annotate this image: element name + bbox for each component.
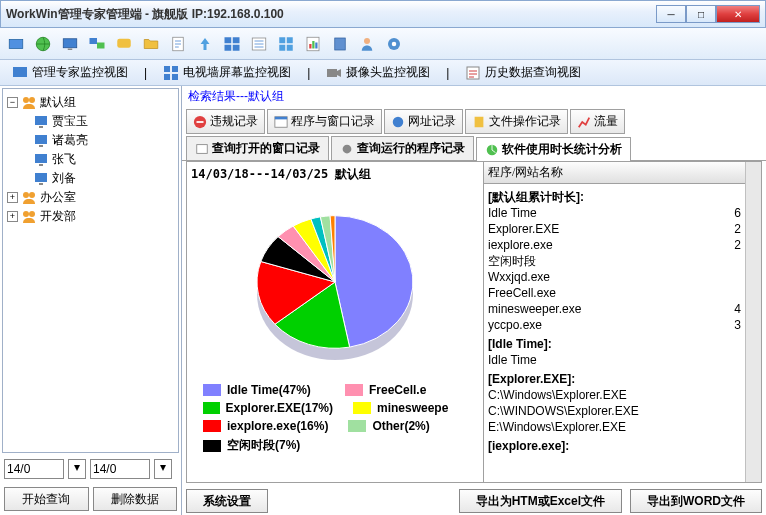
list-item[interactable]: Wxxjqd.exe xyxy=(488,269,741,285)
sub-tabs: 查询打开的窗口记录 查询运行的程序记录 软件使用时长统计分析 xyxy=(182,136,766,161)
system-settings-button[interactable]: 系统设置 xyxy=(186,489,268,513)
export-word-button[interactable]: 导出到WORD文件 xyxy=(630,489,762,513)
svg-rect-0 xyxy=(9,39,23,48)
tree-view[interactable]: −默认组 贾宝玉 诸葛亮 张飞 刘备 +办公室 +开发部 xyxy=(2,88,179,453)
left-panel: −默认组 贾宝玉 诸葛亮 张飞 刘备 +办公室 +开发部 ▾ ▾ 开始查询 删除… xyxy=(0,86,182,515)
view-tab-camera[interactable]: 摄像头监控视图 xyxy=(322,62,434,83)
svg-rect-29 xyxy=(172,74,178,80)
tab-url[interactable]: 网址记录 xyxy=(384,109,463,134)
tab-violation[interactable]: 违规记录 xyxy=(186,109,265,134)
date-to[interactable] xyxy=(90,459,150,479)
chart-legend: Idle Time(47%) FreeCell.e Explorer.EXE(1… xyxy=(191,377,479,460)
user-icon[interactable] xyxy=(355,32,379,56)
date-to-dd[interactable]: ▾ xyxy=(154,459,172,479)
toolbar-icon-1[interactable] xyxy=(4,32,28,56)
view-tab-tvwall[interactable]: 电视墙屏幕监控视图 xyxy=(159,62,295,83)
list-item[interactable]: minesweeper.exe4 xyxy=(488,301,741,317)
book-icon[interactable] xyxy=(328,32,352,56)
list-item[interactable]: iexplore.exe2 xyxy=(488,237,741,253)
svg-rect-35 xyxy=(39,126,43,128)
list-item[interactable]: Explorer.EXE2 xyxy=(488,221,741,237)
list-item[interactable]: C:\Windows\Explorer.EXE xyxy=(488,387,741,403)
view-tabs: 管理专家监控视图 | 电视墙屏幕监控视图 | 摄像头监控视图 | 历史数据查询视… xyxy=(0,60,766,86)
close-button[interactable]: ✕ xyxy=(716,5,760,23)
export-html-excel-button[interactable]: 导出为HTM或Excel文件 xyxy=(459,489,622,513)
svg-rect-18 xyxy=(309,44,311,49)
chat-icon[interactable] xyxy=(112,32,136,56)
globe-icon[interactable] xyxy=(31,32,55,56)
subtab-programs[interactable]: 查询运行的程序记录 xyxy=(331,136,474,160)
date-from-dd[interactable]: ▾ xyxy=(68,459,86,479)
list-item[interactable]: C:\WINDOWS\Explorer.EXE xyxy=(488,403,741,419)
svg-rect-19 xyxy=(312,41,314,49)
view-tab-monitor[interactable]: 管理专家监控视图 xyxy=(8,62,132,83)
svg-rect-3 xyxy=(68,48,73,50)
tree-user-3[interactable]: 张飞 xyxy=(7,150,174,169)
tab-program-window[interactable]: 程序与窗口记录 xyxy=(267,109,382,134)
bottom-bar: 系统设置 导出为HTM或Excel文件 导出到WORD文件 xyxy=(182,483,766,515)
list-item[interactable]: Idle Time xyxy=(488,352,741,368)
monitors-icon[interactable] xyxy=(85,32,109,56)
legend-idle-period: 空闲时段(7%) xyxy=(203,437,333,454)
svg-point-32 xyxy=(23,97,29,103)
tree-user-4[interactable]: 刘备 xyxy=(7,169,174,188)
svg-rect-41 xyxy=(39,183,43,185)
svg-point-33 xyxy=(29,97,35,103)
vertical-scrollbar[interactable] xyxy=(745,162,761,482)
svg-rect-38 xyxy=(35,154,47,163)
program-list[interactable]: 程序/网站名称 [默认组累计时长]: Idle Time6 Explorer.E… xyxy=(483,162,745,482)
tree-group-default[interactable]: −默认组 xyxy=(7,93,174,112)
svg-rect-39 xyxy=(39,164,43,166)
svg-rect-30 xyxy=(327,69,337,77)
start-query-button[interactable]: 开始查询 xyxy=(4,487,89,511)
titlebar: WorkWin管理专家管理端 - 旗舰版 IP:192.168.0.100 ─ … xyxy=(0,0,766,28)
date-from[interactable] xyxy=(4,459,64,479)
grid-icon[interactable] xyxy=(274,32,298,56)
monitor-icon[interactable] xyxy=(58,32,82,56)
tree-user-2[interactable]: 诸葛亮 xyxy=(7,131,174,150)
svg-rect-52 xyxy=(197,144,208,153)
list-header: 程序/网站名称 xyxy=(484,162,745,184)
svg-rect-15 xyxy=(279,44,285,50)
svg-point-42 xyxy=(23,192,29,198)
svg-point-50 xyxy=(393,116,404,127)
date-range: ▾ ▾ xyxy=(0,455,181,483)
svg-rect-10 xyxy=(225,44,232,50)
list-item[interactable]: yccpo.exe3 xyxy=(488,317,741,333)
right-panel: 检索结果---默认组 违规记录 程序与窗口记录 网址记录 文件操作记录 流量 查… xyxy=(182,86,766,515)
delete-data-button[interactable]: 删除数据 xyxy=(93,487,178,511)
document-icon[interactable] xyxy=(166,32,190,56)
list-icon[interactable] xyxy=(247,32,271,56)
tree-user-1[interactable]: 贾宝玉 xyxy=(7,112,174,131)
svg-rect-9 xyxy=(233,37,240,43)
tree-group-office[interactable]: +办公室 xyxy=(7,188,174,207)
legend-explorer: Explorer.EXE(17%) xyxy=(203,401,333,415)
list-item[interactable]: Idle Time6 xyxy=(488,205,741,221)
svg-rect-49 xyxy=(275,116,287,119)
list-section: [Explorer.EXE]: xyxy=(488,371,741,387)
tab-traffic[interactable]: 流量 xyxy=(570,109,625,134)
svg-rect-2 xyxy=(63,38,77,47)
screens-icon[interactable] xyxy=(220,32,244,56)
up-icon[interactable] xyxy=(193,32,217,56)
subtab-usage-stats[interactable]: 软件使用时长统计分析 xyxy=(476,137,631,161)
settings-icon[interactable] xyxy=(382,32,406,56)
svg-point-45 xyxy=(29,211,35,217)
list-item[interactable]: FreeCell.exe xyxy=(488,285,741,301)
main-toolbar xyxy=(0,28,766,60)
svg-rect-11 xyxy=(233,44,240,50)
report-icon[interactable] xyxy=(301,32,325,56)
tree-group-dev[interactable]: +开发部 xyxy=(7,207,174,226)
view-tab-history[interactable]: 历史数据查询视图 xyxy=(461,62,585,83)
tab-file-ops[interactable]: 文件操作记录 xyxy=(465,109,568,134)
subtab-windows[interactable]: 查询打开的窗口记录 xyxy=(186,136,329,160)
folder-icon[interactable] xyxy=(139,32,163,56)
svg-point-22 xyxy=(364,38,370,44)
legend-iexplore: iexplore.exe(16%) xyxy=(203,419,328,433)
legend-mines: minesweepe xyxy=(353,401,467,415)
maximize-button[interactable]: □ xyxy=(686,5,716,23)
list-item[interactable]: E:\Windows\Explorer.EXE xyxy=(488,419,741,435)
list-item[interactable]: 空闲时段 xyxy=(488,253,741,269)
minimize-button[interactable]: ─ xyxy=(656,5,686,23)
search-result-label: 检索结果---默认组 xyxy=(182,86,766,107)
